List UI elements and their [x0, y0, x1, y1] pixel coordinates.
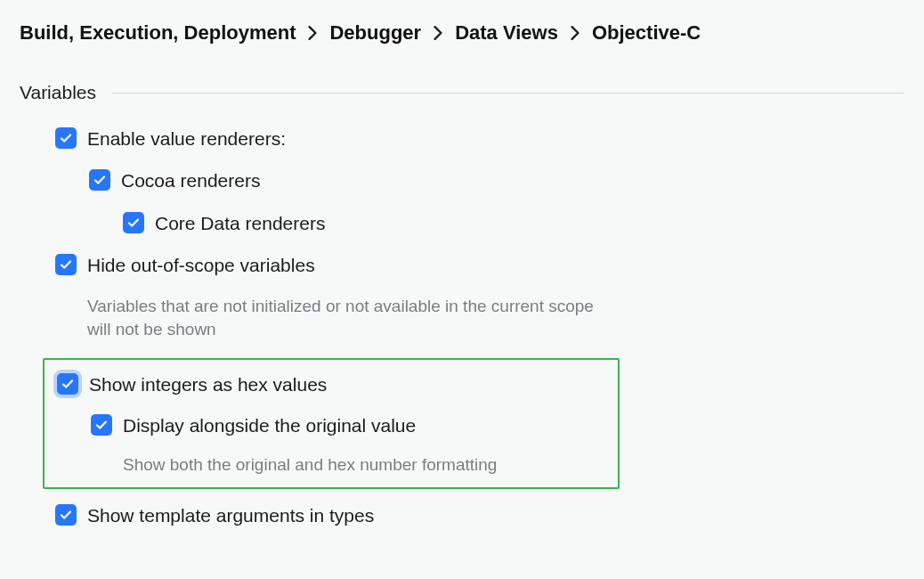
checkbox-checked-icon[interactable]: [55, 504, 77, 526]
checkbox-checked-icon[interactable]: [91, 414, 112, 436]
breadcrumb-item[interactable]: Debugger: [329, 21, 421, 45]
option-label: Show template arguments in types: [87, 503, 374, 527]
option-label: Show integers as hex values: [89, 372, 327, 396]
option-label: Cocoa renderers: [121, 168, 260, 192]
section-header: Variables: [20, 82, 904, 103]
breadcrumb-item[interactable]: Data Views: [455, 21, 558, 45]
breadcrumb-item[interactable]: Objective-C: [592, 21, 701, 45]
chevron-right-icon: [434, 26, 442, 40]
highlight-box: Show integers as hex values Display alon…: [43, 358, 620, 488]
option-label: Core Data renderers: [155, 211, 325, 235]
option-cocoa-renderers[interactable]: Cocoa renderers: [55, 168, 904, 192]
chevron-right-icon: [571, 26, 580, 40]
option-enable-value-renderers[interactable]: Enable value renderers:: [55, 126, 904, 151]
option-description: Variables that are not initialized or no…: [55, 295, 607, 340]
checkbox-checked-icon[interactable]: [89, 169, 110, 191]
checkbox-checked-icon[interactable]: [55, 127, 77, 149]
section-divider: [112, 93, 904, 94]
option-core-data-renderers[interactable]: Core Data renderers: [55, 211, 904, 235]
checkbox-checked-icon[interactable]: [57, 373, 78, 395]
option-display-alongside[interactable]: Display alongside the original value: [57, 413, 618, 437]
breadcrumb: Build, Execution, Deployment Debugger Da…: [20, 21, 904, 45]
option-label: Enable value renderers:: [87, 126, 286, 151]
option-hide-out-of-scope[interactable]: Hide out-of-scope variables: [55, 253, 904, 277]
option-label: Display alongside the original value: [123, 413, 416, 437]
option-description: Show both the original and hex number fo…: [57, 453, 609, 477]
option-label: Hide out-of-scope variables: [87, 253, 315, 277]
checkbox-checked-icon[interactable]: [55, 254, 77, 275]
checkbox-checked-icon[interactable]: [123, 212, 144, 233]
breadcrumb-item[interactable]: Build, Execution, Deployment: [20, 21, 296, 45]
section-title: Variables: [20, 82, 96, 103]
chevron-right-icon: [308, 26, 317, 40]
option-show-integers-hex[interactable]: Show integers as hex values: [57, 372, 618, 396]
option-show-template-arguments[interactable]: Show template arguments in types: [55, 503, 904, 527]
